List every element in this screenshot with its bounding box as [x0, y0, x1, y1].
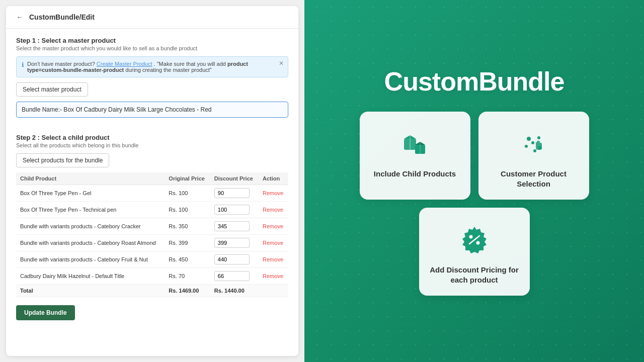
discount-price-cell: [210, 202, 259, 218]
include-child-products-card: Include Child Products: [360, 112, 470, 200]
select-products-button[interactable]: Select products for the bundle: [16, 153, 109, 167]
add-discount-pricing-card: Add Discount Pricing for each product: [419, 208, 530, 296]
svg-point-8: [525, 145, 528, 148]
left-panel: ← CustomBundle/Edit Step 1 : Select a ma…: [0, 0, 304, 362]
step1-subtitle: Select the master product which you woul…: [16, 45, 288, 51]
action-cell: Remove: [259, 202, 288, 218]
svg-point-11: [533, 149, 536, 152]
create-master-product-link[interactable]: Create Master Product: [97, 61, 152, 67]
discount-icon: [456, 222, 493, 258]
remove-button[interactable]: Remove: [263, 190, 283, 196]
remove-button[interactable]: Remove: [263, 273, 283, 279]
action-cell: Remove: [259, 268, 288, 285]
table-row: Cadbury Dairy Milk Hazelnut - Default Ti…: [16, 268, 288, 285]
discount-price-input[interactable]: [214, 221, 250, 231]
discount-price-cell: [210, 268, 259, 285]
product-name: Cadbury Dairy Milk Hazelnut - Default Ti…: [16, 268, 165, 285]
action-cell: Remove: [259, 235, 288, 251]
product-name: Bundle with variants products - Catebory…: [16, 218, 165, 235]
total-label: Total: [16, 285, 165, 297]
top-cards-row: Include Child Products Customer Product …: [360, 112, 589, 200]
step2-section: Step 2 : Select a child product Select a…: [16, 134, 288, 297]
svg-point-6: [527, 137, 531, 141]
col-header-product: Child Product: [16, 172, 165, 185]
action-cell: Remove: [259, 218, 288, 235]
total-row: Total Rs. 1469.00 Rs. 1440.00: [16, 285, 288, 297]
total-discount: Rs. 1440.00: [210, 285, 259, 297]
step1-section: Step 1 : Select a master product Select …: [16, 37, 288, 126]
table-row: Bundle with variants products - Catebory…: [16, 235, 288, 251]
svg-point-7: [537, 136, 540, 139]
discount-pricing-label: Add Discount Pricing for each product: [429, 265, 520, 285]
info-banner: ℹ Don't have master product? Create Mast…: [16, 56, 288, 77]
col-header-discount: Discount Price: [210, 172, 259, 185]
svg-point-13: [476, 241, 479, 245]
bottom-card-row: Add Discount Pricing for each product: [354, 208, 595, 296]
discount-price-input[interactable]: [214, 205, 250, 215]
include-child-label: Include Child Products: [374, 169, 456, 179]
table-row: Box Of Three Type Pen - Gel Rs. 100 Remo…: [16, 185, 288, 202]
step2-title: Step 2 : Select a child product: [16, 134, 288, 141]
remove-button[interactable]: Remove: [263, 223, 283, 229]
step1-title: Step 1 : Select a master product: [16, 37, 288, 44]
panel-content: Step 1 : Select a master product Select …: [6, 29, 298, 353]
right-panel: CustomBundle Include Child Products: [304, 0, 644, 362]
panel-inner: ← CustomBundle/Edit Step 1 : Select a ma…: [6, 6, 298, 356]
panel-header: ← CustomBundle/Edit: [6, 6, 298, 29]
info-text: Don't have master product? Create Master…: [27, 61, 283, 73]
svg-point-10: [531, 141, 534, 144]
page-title: CustomBundle/Edit: [29, 13, 95, 21]
discount-price-input[interactable]: [214, 188, 250, 198]
table-row: Box Of Three Type Pen - Technical pen Rs…: [16, 202, 288, 218]
product-name: Box Of Three Type Pen - Gel: [16, 185, 165, 202]
select-master-product-button[interactable]: Select master product: [16, 82, 88, 97]
close-banner-button[interactable]: ✕: [279, 60, 284, 67]
original-price: Rs. 70: [165, 268, 210, 285]
original-price: Rs. 399: [165, 235, 210, 251]
original-price: Rs. 350: [165, 218, 210, 235]
info-icon: ℹ: [22, 61, 24, 68]
svg-point-12: [469, 235, 472, 239]
product-name: Box Of Three Type Pen - Technical pen: [16, 202, 165, 218]
remove-button[interactable]: Remove: [263, 256, 283, 262]
customer-selection-label: Customer Product Selection: [489, 169, 579, 189]
customer-product-selection-card: Customer Product Selection: [478, 112, 589, 200]
original-price: Rs. 100: [165, 185, 210, 202]
include-child-icon: [397, 126, 433, 162]
step2-subtitle: Select all the products which belong in …: [16, 142, 288, 148]
col-header-original: Original Price: [165, 172, 210, 185]
discount-price-input[interactable]: [214, 254, 250, 264]
action-cell: Remove: [259, 185, 288, 202]
table-row: Bundle with variants products - Catebory…: [16, 251, 288, 268]
back-arrow-icon[interactable]: ←: [16, 13, 23, 21]
bundle-name-input[interactable]: [16, 102, 288, 118]
original-price: Rs. 100: [165, 202, 210, 218]
action-cell: Remove: [259, 251, 288, 268]
discount-price-cell: [210, 185, 259, 202]
remove-button[interactable]: Remove: [263, 207, 283, 213]
discount-price-cell: [210, 251, 259, 268]
update-bundle-button[interactable]: Update Bundle: [16, 305, 75, 320]
customer-selection-icon: [516, 126, 552, 162]
discount-price-input[interactable]: [214, 238, 250, 248]
product-name: Bundle with variants products - Catebory…: [16, 235, 165, 251]
product-name: Bundle with variants products - Catebory…: [16, 251, 165, 268]
discount-price-cell: [210, 235, 259, 251]
total-original: Rs. 1469.00: [165, 285, 210, 297]
remove-button[interactable]: Remove: [263, 240, 283, 246]
original-price: Rs. 450: [165, 251, 210, 268]
table-row: Bundle with variants products - Catebory…: [16, 218, 288, 235]
products-table: Child Product Original Price Discount Pr…: [16, 172, 288, 297]
discount-price-cell: [210, 218, 259, 235]
discount-price-input[interactable]: [214, 271, 250, 281]
brand-title: CustomBundle: [384, 66, 565, 97]
col-header-action: Action: [259, 172, 288, 185]
